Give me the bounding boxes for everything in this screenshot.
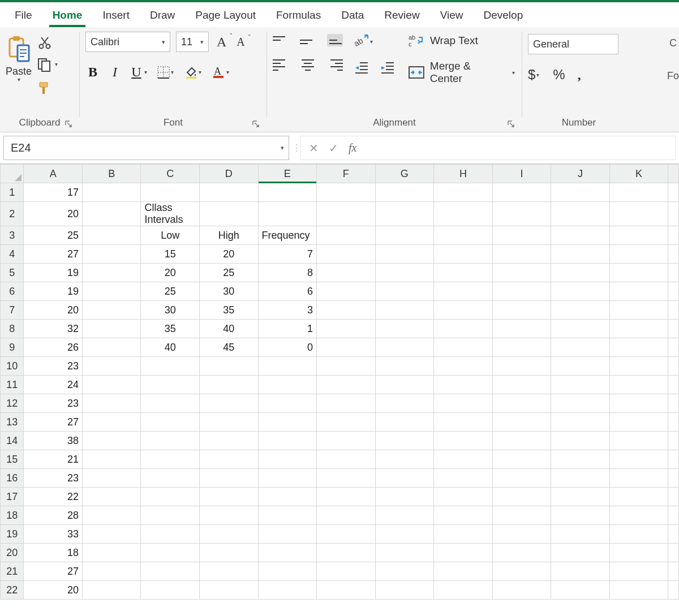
cell[interactable]	[492, 202, 551, 226]
wrap-text-button[interactable]: abc Wrap Text	[409, 34, 516, 48]
cell[interactable]	[82, 469, 141, 488]
cell[interactable]	[551, 562, 610, 581]
font-color-button[interactable]: A ▾	[212, 66, 230, 79]
dialog-launcher-icon[interactable]	[65, 119, 72, 127]
cell[interactable]	[82, 301, 141, 320]
cell[interactable]	[551, 202, 610, 226]
row-header[interactable]: 12	[1, 394, 24, 413]
cell[interactable]	[492, 245, 551, 264]
cell[interactable]	[492, 282, 551, 301]
cell[interactable]	[375, 450, 434, 469]
cell[interactable]	[141, 183, 200, 202]
cell[interactable]	[434, 264, 493, 282]
cell[interactable]	[317, 376, 376, 394]
cell[interactable]	[258, 450, 317, 469]
chevron-down-icon[interactable]: ▾	[511, 70, 516, 76]
row-header[interactable]: 15	[1, 450, 24, 469]
spreadsheet-grid[interactable]: A B C D E F G H I J K 117220Cllass Inter…	[0, 164, 679, 600]
cell[interactable]: 24	[24, 376, 83, 394]
cell[interactable]	[317, 469, 376, 488]
cell[interactable]	[317, 264, 376, 282]
fx-icon[interactable]: fx	[346, 136, 363, 160]
cell[interactable]	[317, 394, 376, 413]
cell[interactable]	[609, 226, 668, 245]
cell[interactable]: 19	[24, 264, 83, 282]
font-size-dropdown[interactable]: 11▾	[176, 32, 209, 52]
cell[interactable]	[492, 488, 551, 506]
tab-home[interactable]: Home	[42, 5, 93, 27]
cell[interactable]	[375, 581, 434, 600]
chevron-down-icon[interactable]: ▾	[18, 76, 20, 83]
cell[interactable]	[434, 226, 493, 245]
cell[interactable]	[492, 581, 551, 600]
cell[interactable]	[258, 525, 317, 544]
row-header[interactable]: 2	[1, 202, 24, 226]
cell[interactable]	[258, 394, 317, 413]
cell[interactable]	[317, 245, 376, 264]
cell[interactable]	[609, 264, 668, 282]
cell[interactable]	[200, 376, 259, 394]
cell[interactable]	[258, 562, 317, 581]
cell[interactable]	[200, 432, 259, 450]
cell[interactable]	[258, 469, 317, 488]
cell[interactable]	[317, 413, 376, 432]
cell[interactable]	[434, 469, 493, 488]
cell[interactable]	[375, 226, 434, 245]
comma-format-button[interactable]: ,	[578, 67, 581, 83]
col-header-G[interactable]: G	[375, 165, 434, 183]
col-header-C[interactable]: C	[141, 165, 200, 183]
cell[interactable]	[317, 581, 376, 600]
chevron-down-icon[interactable]: ▾	[170, 69, 175, 75]
align-middle-button[interactable]	[300, 34, 316, 46]
row-header[interactable]: 17	[1, 488, 24, 506]
cell[interactable]	[317, 301, 376, 320]
row-header[interactable]: 10	[1, 357, 24, 376]
col-header-E[interactable]: E	[258, 165, 317, 183]
cell[interactable]	[141, 376, 200, 394]
row-header[interactable]: 11	[1, 376, 24, 394]
cell[interactable]	[551, 301, 610, 320]
cell[interactable]	[434, 432, 493, 450]
cell[interactable]	[492, 183, 551, 202]
cell[interactable]: 26	[24, 338, 83, 357]
cell[interactable]	[82, 581, 141, 600]
cell[interactable]: 35	[200, 301, 259, 320]
tab-insert[interactable]: Insert	[92, 5, 140, 27]
cell[interactable]	[82, 562, 141, 581]
cell[interactable]: 20	[24, 581, 83, 600]
cell[interactable]	[434, 301, 493, 320]
align-center-button[interactable]	[300, 59, 316, 71]
cell[interactable]: 35	[141, 320, 200, 338]
cell[interactable]: 8	[258, 264, 317, 282]
cell[interactable]	[551, 338, 610, 357]
cell[interactable]	[609, 245, 668, 264]
col-header-F[interactable]: F	[317, 165, 376, 183]
cell[interactable]	[492, 544, 551, 562]
dialog-launcher-icon[interactable]	[507, 119, 515, 127]
cell[interactable]: 17	[24, 183, 83, 202]
cell[interactable]: 25	[141, 282, 200, 301]
cell[interactable]	[317, 432, 376, 450]
decrease-indent-button[interactable]	[354, 61, 369, 76]
cell[interactable]: 18	[24, 544, 83, 562]
cell[interactable]	[434, 544, 493, 562]
align-right-button[interactable]	[327, 59, 343, 71]
row-header[interactable]: 14	[1, 432, 24, 450]
cell[interactable]	[258, 432, 317, 450]
cell[interactable]	[200, 525, 259, 544]
cell[interactable]: 20	[141, 264, 200, 282]
cell[interactable]	[434, 562, 493, 581]
tab-pagelayout[interactable]: Page Layout	[185, 5, 266, 27]
cell[interactable]	[609, 376, 668, 394]
cell[interactable]	[492, 264, 551, 282]
col-header-D[interactable]: D	[200, 165, 259, 183]
col-header-I[interactable]: I	[492, 165, 551, 183]
cell[interactable]	[551, 525, 610, 544]
cell[interactable]	[200, 202, 259, 226]
cell[interactable]	[317, 450, 376, 469]
chevron-down-icon[interactable]: ▾	[535, 72, 540, 78]
cell[interactable]	[609, 413, 668, 432]
cell[interactable]	[551, 320, 610, 338]
cell[interactable]	[551, 245, 610, 264]
cell[interactable]	[609, 525, 668, 544]
